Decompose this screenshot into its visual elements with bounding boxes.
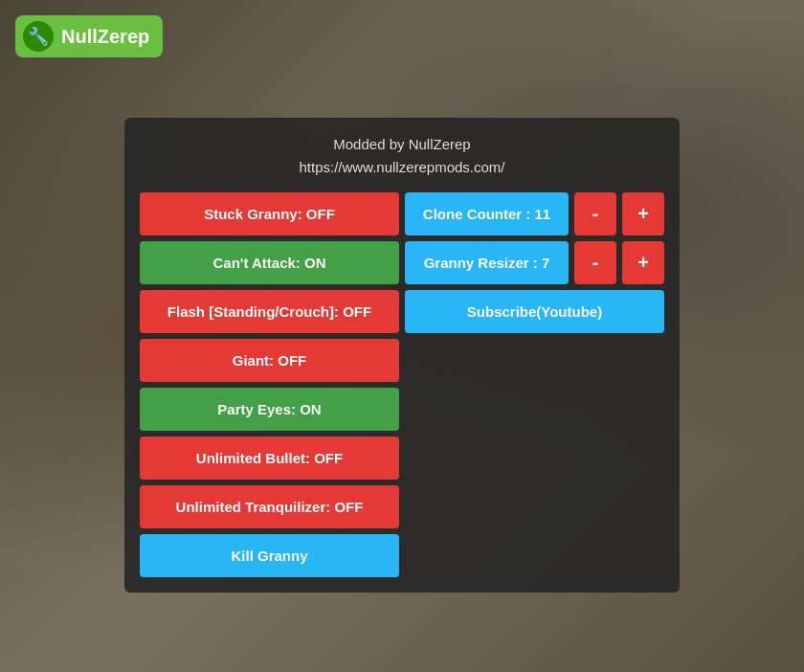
unlimited-tranq-button[interactable]: Unlimited Tranquilizer: OFF: [140, 485, 399, 528]
logo-badge: 🔧 NullZerep: [15, 15, 163, 57]
stuck-granny-button[interactable]: Stuck Granny: OFF: [140, 192, 399, 235]
granny-resizer-row: Granny Resizer : 7 - +: [405, 241, 664, 284]
kill-granny-button[interactable]: Kill Granny: [140, 534, 399, 577]
granny-resizer-label: Granny Resizer : 7: [405, 241, 569, 284]
clone-counter-plus[interactable]: +: [622, 192, 664, 235]
logo-emoji: 🔧: [28, 26, 49, 47]
unlimited-bullet-button[interactable]: Unlimited Bullet: OFF: [140, 437, 399, 480]
clone-counter-row: Clone Counter : 11 - +: [405, 192, 664, 235]
clone-counter-minus[interactable]: -: [574, 192, 616, 235]
right-column: Clone Counter : 11 - + Granny Resizer : …: [405, 192, 664, 577]
header-line2: https://www.nullzerepmods.com/: [140, 156, 664, 179]
main-panel: Modded by NullZerep https://www.nullzere…: [124, 118, 680, 593]
cant-attack-button[interactable]: Can't Attack: ON: [140, 241, 399, 284]
granny-resizer-minus[interactable]: -: [574, 241, 616, 284]
panel-header: Modded by NullZerep https://www.nullzere…: [140, 133, 664, 179]
clone-counter-label: Clone Counter : 11: [405, 192, 569, 235]
flash-button[interactable]: Flash [Standing/Crouch]: OFF: [140, 290, 399, 333]
button-grid: Stuck Granny: OFF Can't Attack: ON Flash…: [140, 192, 664, 577]
subscribe-button[interactable]: Subscribe(Youtube): [405, 290, 664, 333]
header-line1: Modded by NullZerep: [140, 133, 664, 156]
party-eyes-button[interactable]: Party Eyes: ON: [140, 388, 399, 431]
granny-resizer-plus[interactable]: +: [622, 241, 664, 284]
logo-text: NullZerep: [61, 26, 149, 48]
left-column: Stuck Granny: OFF Can't Attack: ON Flash…: [140, 192, 399, 577]
giant-button[interactable]: Giant: OFF: [140, 339, 399, 382]
logo-icon: 🔧: [23, 21, 54, 52]
